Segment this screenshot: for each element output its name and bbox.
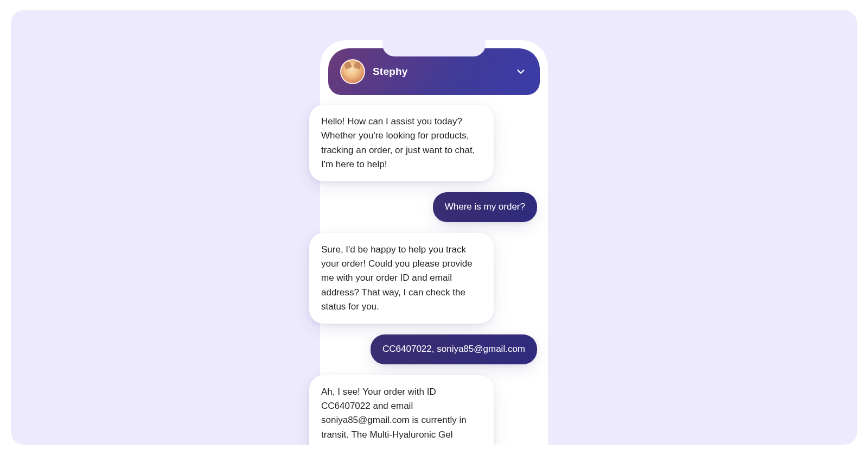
- message-bot: Hello! How can I assist you today? Wheth…: [309, 105, 494, 181]
- message-list[interactable]: Hello! How can I assist you today? Wheth…: [320, 95, 548, 445]
- app-canvas: Stephy Hello! How can I assist you today…: [11, 10, 857, 445]
- message-user: CC6407022, soniya85@gmail.com: [371, 334, 537, 364]
- message-bot: Sure, I'd be happy to help you track you…: [309, 233, 494, 324]
- phone-frame: Stephy Hello! How can I assist you today…: [320, 40, 548, 445]
- contact-name: Stephy: [373, 66, 408, 78]
- message-bot: Ah, I see! Your order with ID CC6407022 …: [309, 375, 494, 445]
- phone-notch: [382, 39, 486, 56]
- avatar[interactable]: [340, 59, 365, 84]
- message-user: Where is my order?: [433, 192, 537, 222]
- phone-inner: Stephy Hello! How can I assist you today…: [320, 48, 548, 445]
- chevron-down-icon[interactable]: [514, 65, 528, 79]
